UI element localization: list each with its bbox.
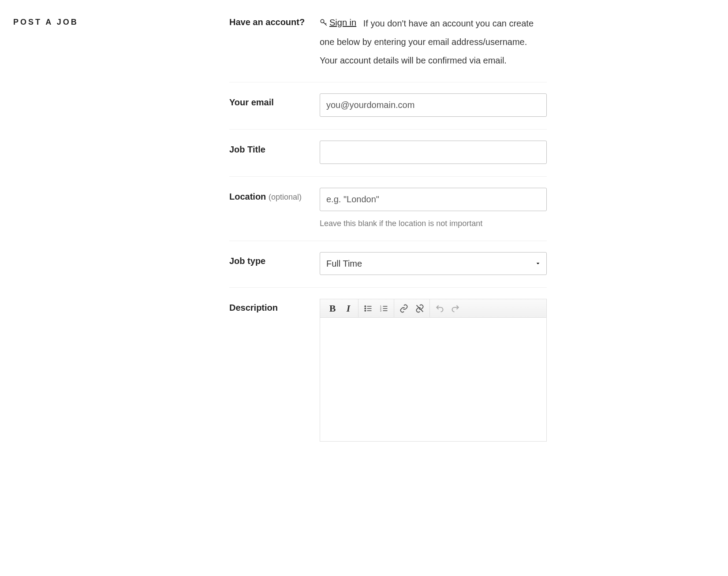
email-label: Your email [229,93,320,108]
rich-text-editor: B I [320,299,547,442]
job-title-field[interactable] [320,141,547,164]
job-type-label: Job type [229,252,320,267]
description-field[interactable] [320,318,546,441]
link-button[interactable] [396,301,412,316]
description-row: Description B I [229,288,547,454]
sidebar: POST A JOB [13,13,229,27]
numbered-list-button[interactable]: 1 2 3 [376,301,392,316]
email-field[interactable] [320,93,547,117]
svg-line-2 [325,23,326,24]
page-title: POST A JOB [13,18,229,27]
optional-hint: (optional) [269,193,302,201]
job-type-select[interactable]: Full Time [320,252,547,275]
numbered-list-icon: 1 2 3 [380,304,388,313]
account-row: Have an account? Sign in If you don't ha… [229,13,547,82]
redo-icon [451,304,460,313]
job-form: Have an account? Sign in If you don't ha… [229,13,547,454]
svg-line-1 [324,22,327,26]
undo-button[interactable] [432,301,448,316]
undo-icon [435,304,444,313]
sign-in-text: Sign in [329,13,356,32]
svg-point-7 [365,310,366,311]
key-icon [320,19,328,26]
location-help-text: Leave this blank if the location is not … [320,219,547,228]
email-row: Your email [229,82,547,130]
svg-point-5 [365,308,366,309]
sign-in-link[interactable]: Sign in [320,13,356,32]
job-title-label: Job Title [229,141,320,156]
unlink-button[interactable] [412,301,428,316]
bullet-list-button[interactable] [360,301,376,316]
description-label: Description [229,299,320,314]
link-icon [399,304,408,313]
job-title-row: Job Title [229,130,547,177]
svg-point-3 [365,305,366,307]
unlink-icon [415,304,424,313]
bold-button[interactable]: B [325,301,340,316]
location-field[interactable] [320,188,547,211]
editor-toolbar: B I [320,299,546,318]
redo-button[interactable] [448,301,463,316]
svg-text:3: 3 [380,309,381,312]
job-type-row: Job type Full Time [229,241,547,288]
account-label: Have an account? [229,13,320,28]
location-row: Location (optional) Leave this blank if … [229,177,547,241]
bullet-list-icon [364,304,373,313]
location-label: Location (optional) [229,188,320,203]
italic-button[interactable]: I [340,301,356,316]
